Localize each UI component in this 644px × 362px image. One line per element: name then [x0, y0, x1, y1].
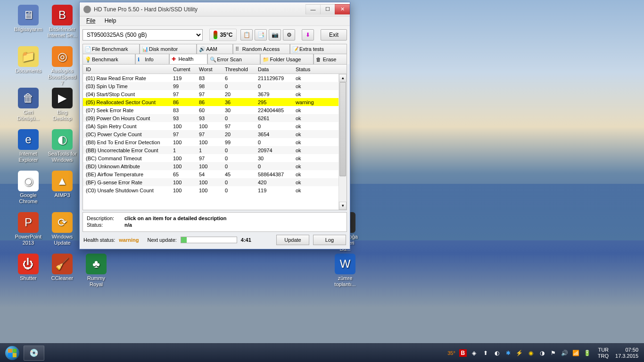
- tray-power-icon[interactable]: ⚡: [516, 349, 523, 357]
- scroll-down-icon[interactable]: ▾: [339, 202, 347, 210]
- table-header: ID Current Worst Threshold Data Status: [83, 65, 347, 74]
- desktop-icon[interactable]: ▲AIMP3: [47, 171, 77, 198]
- desktop-icon[interactable]: PPowerPoint 2013: [13, 212, 43, 246]
- save-button[interactable]: ⬇: [302, 29, 314, 41]
- table-row[interactable]: (07) Seek Error Rate836030224004485ok: [83, 106, 347, 114]
- col-worst[interactable]: Worst: [196, 66, 222, 72]
- app-icon: W: [335, 254, 355, 274]
- table-row[interactable]: (0C) Power Cycle Count9797203654ok: [83, 130, 347, 138]
- col-data[interactable]: Data: [255, 66, 293, 72]
- screenshot-button[interactable]: 📷: [269, 29, 281, 41]
- desktop-icon[interactable]: eInternet Explorer: [13, 129, 43, 163]
- desktop-icon[interactable]: 🧹CCleaner: [47, 254, 77, 281]
- tab-random-access[interactable]: ⠿Random Access: [233, 44, 290, 54]
- table-row[interactable]: (BC) Command Timeout10097030ok: [83, 154, 347, 162]
- desktop-icon[interactable]: ◎Auslogics BoostSpeed 7: [47, 46, 77, 86]
- tray-temp[interactable]: 35°: [447, 350, 455, 356]
- maximize-button[interactable]: ☐: [320, 4, 335, 15]
- smart-table: ID Current Worst Threshold Data Status (…: [83, 64, 347, 210]
- tray-icon-1[interactable]: ◈: [471, 349, 478, 357]
- tab-erase[interactable]: 🗑Erase: [314, 54, 347, 64]
- col-id[interactable]: ID: [83, 66, 170, 72]
- table-row[interactable]: (BD) Unknown Attribute10010000ok: [83, 162, 347, 170]
- tray-volume-icon[interactable]: 🔊: [561, 349, 569, 357]
- tray-flag-icon[interactable]: ⚑: [550, 349, 557, 357]
- col-current[interactable]: Current: [170, 66, 196, 72]
- tray-battery-icon[interactable]: 🔋: [584, 349, 591, 357]
- tab-disk-monitor[interactable]: 📊Disk monitor: [140, 44, 197, 54]
- tab-aam[interactable]: 🔊AAM: [197, 44, 233, 54]
- drive-select[interactable]: ST9500325AS (500 gB): [83, 29, 203, 41]
- toolbar: ST9500325AS (500 gB) 35°C 📋 📑 📷 ⚙ ⬇ Exit: [80, 26, 350, 44]
- table-row[interactable]: (03) Spin Up Time999800ok: [83, 82, 347, 90]
- scroll-up-icon[interactable]: ▴: [339, 74, 347, 82]
- tray-clock[interactable]: 07:5017.3.2015: [615, 347, 638, 359]
- tab-benchmark[interactable]: 💡Benchmark: [83, 54, 135, 64]
- desktop-icon[interactable]: ▶Bing Desktop: [47, 88, 77, 122]
- start-button[interactable]: [3, 346, 22, 361]
- options-button[interactable]: ⚙: [283, 29, 295, 41]
- tray-bluetooth-icon[interactable]: ✱: [504, 349, 512, 357]
- tray-lang[interactable]: TURTRQ: [598, 347, 609, 359]
- tray-icon-4[interactable]: ◑: [538, 349, 546, 357]
- desktop-icon[interactable]: Wzümre toplantı...: [330, 254, 360, 288]
- tab-info[interactable]: ℹInfo: [135, 54, 169, 64]
- tab-file-benchmark[interactable]: 📄File Benchmark: [83, 44, 140, 54]
- copy-screenshot-button[interactable]: 📑: [255, 29, 267, 41]
- close-button[interactable]: ✕: [335, 4, 350, 15]
- search-icon: 🔍: [210, 57, 215, 62]
- desktop-icon[interactable]: 📁Documents: [13, 46, 43, 74]
- desktop-icon[interactable]: ⏻Shutter: [13, 254, 43, 281]
- icon-label: Windows Update: [47, 234, 77, 246]
- table-row[interactable]: (BE) Airflow Temperature655445588644387o…: [83, 170, 347, 178]
- icon-label: Google Chrome: [13, 192, 43, 205]
- menu-file[interactable]: File: [83, 16, 99, 25]
- scrollbar[interactable]: ▴ ▾: [339, 74, 347, 210]
- table-row[interactable]: (09) Power On Hours Count939306261ok: [83, 114, 347, 122]
- exit-button[interactable]: Exit: [321, 29, 347, 41]
- menu-help[interactable]: Help: [101, 16, 120, 25]
- table-row[interactable]: (BF) G-sense Error Rate1001000420ok: [83, 178, 347, 186]
- tray-shield-icon[interactable]: ◉: [527, 349, 535, 357]
- trash-icon: 🗑: [316, 57, 322, 62]
- copy-info-button[interactable]: 📋: [240, 29, 253, 41]
- page-icon: 📄: [85, 46, 91, 52]
- icon-label: Bitdefender Internet Se...: [47, 26, 77, 39]
- table-row[interactable]: (C0) Unsafe Shutdown Count1001000119ok: [83, 186, 347, 194]
- titlebar[interactable]: HD Tune Pro 5.50 - Hard Disk/SSD Utility…: [80, 2, 350, 16]
- col-status[interactable]: Status: [293, 66, 330, 72]
- dots-icon: ⠿: [235, 46, 241, 52]
- log-button[interactable]: Log: [313, 235, 346, 245]
- desktop-icon[interactable]: ◉Google Chrome: [13, 171, 43, 205]
- desc-value: click on an item for a detailed descript…: [124, 215, 226, 221]
- tab-extra-tests[interactable]: 📝Extra tests: [290, 44, 347, 54]
- tray-bitdefender-icon[interactable]: B: [459, 349, 467, 357]
- desktop-icon[interactable]: BBitdefender Internet Se...: [47, 5, 77, 39]
- tab-error-scan[interactable]: 🔍Error Scan: [207, 54, 260, 64]
- app-icon: 🖥: [18, 5, 39, 25]
- table-row[interactable]: (05) Reallocated Sector Count868636295wa…: [83, 98, 347, 106]
- table-row[interactable]: (BB) Uncorrectable Error Count11020974ok: [83, 146, 347, 154]
- tab-folder-usage[interactable]: 📁Folder Usage: [260, 54, 313, 64]
- tray-icon-2[interactable]: ⬆: [482, 349, 489, 357]
- tray-network-icon[interactable]: 📶: [572, 349, 580, 357]
- table-row[interactable]: (01) Raw Read Error Rate119836211129679o…: [83, 74, 347, 82]
- desktop-icon[interactable]: ⟳Windows Update: [47, 212, 77, 246]
- table-row[interactable]: (04) Start/Stop Count9797203679ok: [83, 90, 347, 98]
- minimize-button[interactable]: —: [305, 4, 321, 15]
- taskbar-item-hdtune[interactable]: 💿: [24, 346, 44, 361]
- desktop-icon[interactable]: 🗑Geri Dönüşü...: [13, 88, 43, 122]
- update-button[interactable]: Update: [276, 235, 309, 245]
- scroll-thumb[interactable]: [339, 82, 346, 176]
- disk-icon: 💿: [29, 348, 39, 357]
- desktop-icon[interactable]: 🖥Bilgisayarım: [13, 5, 43, 33]
- table-row[interactable]: (0A) Spin Retry Count100100970ok: [83, 122, 347, 130]
- health-status-value: warning: [119, 237, 139, 243]
- desktop-icon[interactable]: ♣Rummy Royal: [81, 254, 111, 288]
- status-label: Status:: [87, 222, 124, 228]
- tab-health[interactable]: ✚Health: [169, 54, 208, 64]
- desktop-icon[interactable]: ◐SeaTools for Windows: [47, 129, 77, 163]
- tray-icon-3[interactable]: ◐: [493, 349, 501, 357]
- col-threshold[interactable]: Threshold: [222, 66, 255, 72]
- table-row[interactable]: (B8) End To End Error Detection100100990…: [83, 138, 347, 146]
